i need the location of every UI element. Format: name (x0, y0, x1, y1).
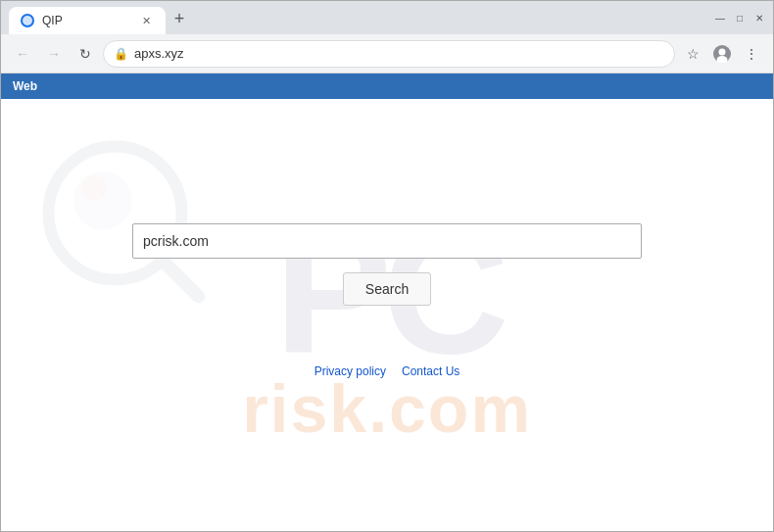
contact-us-link[interactable]: Contact Us (402, 364, 460, 378)
tab-favicon (21, 14, 34, 27)
menu-button[interactable]: ⋮ (738, 40, 765, 68)
privacy-policy-link[interactable]: Privacy policy (314, 364, 386, 378)
svg-point-2 (719, 48, 726, 55)
toolbar-actions: ☆ ⋮ (679, 40, 765, 68)
browser-tab[interactable]: QIP ✕ (9, 7, 166, 34)
svg-point-5 (73, 171, 132, 230)
risk-watermark-text: risk.com (242, 370, 532, 447)
search-form: Search (132, 223, 642, 306)
url-bar[interactable]: 🔒 apxs.xyz (103, 40, 675, 68)
profile-button[interactable] (708, 40, 736, 68)
tab-close-button[interactable]: ✕ (138, 13, 154, 28)
watermark: PC risk.com (1, 99, 773, 531)
svg-point-0 (23, 16, 32, 25)
search-input[interactable] (132, 223, 642, 259)
svg-point-6 (82, 175, 108, 201)
search-button[interactable]: Search (343, 272, 431, 306)
reload-button[interactable]: ↻ (72, 40, 99, 68)
forward-button[interactable]: → (40, 40, 68, 68)
url-text: apxs.xyz (134, 46, 664, 61)
browser-window: QIP ✕ + — □ ✕ ← → ↻ 🔒 apxs.xyz ☆ (0, 0, 774, 532)
close-button[interactable]: ✕ (753, 12, 765, 24)
main-content: PC risk.com Search Privacy policy Contac… (1, 99, 773, 531)
tab-bar: QIP ✕ + (9, 1, 710, 34)
new-tab-button[interactable]: + (166, 5, 193, 32)
window-controls: — □ ✕ (714, 12, 765, 24)
maximize-button[interactable]: □ (734, 12, 746, 24)
minimize-button[interactable]: — (714, 12, 726, 24)
back-button[interactable]: ← (9, 40, 36, 68)
title-bar: QIP ✕ + — □ ✕ (1, 1, 773, 34)
tab-title: QIP (42, 14, 130, 27)
lock-icon: 🔒 (114, 47, 128, 61)
web-label: Web (13, 79, 37, 93)
address-bar: ← → ↻ 🔒 apxs.xyz ☆ ⋮ (1, 34, 773, 73)
bookmark-button[interactable]: ☆ (679, 40, 706, 68)
footer-links: Privacy policy Contact Us (314, 364, 460, 378)
web-label-bar: Web (1, 73, 773, 99)
